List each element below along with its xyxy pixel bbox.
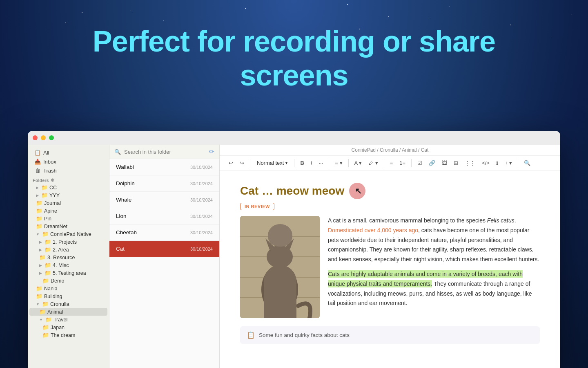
search-button[interactable]: 🔍 <box>521 158 533 168</box>
sidebar-item-cc[interactable]: ▶ 📁 CC <box>29 184 107 191</box>
folder-building-icon: 📁 <box>36 293 42 299</box>
note-name: Cheetah <box>116 229 137 236</box>
sidebar-item-building[interactable]: 📁 Building <box>29 292 107 300</box>
toolbar-separator <box>411 159 412 167</box>
note-name: Cat <box>116 246 125 252</box>
sidebar-item-misc[interactable]: ▶ 📁 4. Misc <box>29 261 107 269</box>
table-button[interactable]: ⊞ <box>451 158 461 168</box>
maximize-button[interactable] <box>49 135 54 140</box>
note-name: Dolphin <box>116 180 135 186</box>
paragraph-2: Cats are highly adaptable animals and co… <box>328 269 540 308</box>
note-date: 30/10/2024 <box>190 165 213 170</box>
sidebar-item-testing-area[interactable]: ▶ 📁 5. Testing area <box>29 269 107 277</box>
sidebar: 📋 All 📥 Inbox 🗑 Trash Folders ⊕ ▶ 📁 CC <box>28 145 109 368</box>
minimize-button[interactable] <box>41 135 46 140</box>
highlighted-text: Cats are highly adaptable animals and co… <box>328 270 523 287</box>
nania-label: Nania <box>44 286 58 292</box>
folders-add-icon[interactable]: ⊕ <box>51 177 54 183</box>
note-item-wallabi[interactable]: Wallabi 30/10/2024 <box>109 159 219 175</box>
cat-svg <box>240 216 320 318</box>
sidebar-item-inbox[interactable]: 📥 Inbox <box>29 157 107 166</box>
all-icon: 📋 <box>34 149 41 156</box>
info-button[interactable]: ℹ <box>494 158 501 168</box>
format-label: Normal text <box>257 160 284 166</box>
trash-label: Trash <box>43 168 57 174</box>
misc-label: 4. Misc <box>53 263 69 268</box>
highlight-button[interactable]: 🖊 ▾ <box>366 158 381 168</box>
sidebar-item-japan[interactable]: 📁 Japan <box>29 323 107 331</box>
sidebar-item-nania[interactable]: 📁 Nania <box>29 285 107 292</box>
checkbox-button[interactable]: ☑ <box>415 158 425 168</box>
chevron-right-icon: ▶ <box>36 186 39 190</box>
folders-section-header: Folders ⊕ <box>28 175 109 184</box>
note-item-dolphin[interactable]: Dolphin 30/10/2024 <box>109 175 219 192</box>
callout-box: 📋 Some fun and quirky facts about cats <box>240 326 540 344</box>
sidebar-item-demo[interactable]: 📁 Demo <box>29 277 107 285</box>
journal-label: Journal <box>44 200 61 206</box>
chevron-down-icon: ▼ <box>39 318 43 322</box>
text-color-button[interactable]: A ▾ <box>352 158 365 168</box>
redo-button[interactable]: ↪ <box>237 158 247 168</box>
sidebar-item-travel[interactable]: ▼ 📁 Travel <box>29 316 107 323</box>
sidebar-item-the-dream[interactable]: 📁 The dream <box>29 331 107 339</box>
close-button[interactable] <box>33 135 38 140</box>
toolbar-separator <box>518 159 518 167</box>
columns-button[interactable]: ⋮⋮ <box>462 158 478 168</box>
folder-cc-icon: 📁 <box>41 184 48 191</box>
code-button[interactable]: </> <box>479 158 492 168</box>
search-input[interactable] <box>124 149 206 155</box>
sidebar-item-projects[interactable]: ▶ 📁 1. Projects <box>29 238 107 246</box>
note-item-cheetah[interactable]: Cheetah 30/10/2024 <box>109 224 219 241</box>
sidebar-item-all[interactable]: 📋 All <box>29 148 107 157</box>
conniepad-native-label: ConniePad Native <box>50 231 91 237</box>
folder-journal-icon: 📁 <box>36 200 42 206</box>
ordered-list-button[interactable]: 1≡ <box>397 158 408 168</box>
search-icon: 🔍 <box>114 149 121 155</box>
sidebar-item-conniepad-native[interactable]: ▼ 📁 ConniePad Native <box>29 230 107 238</box>
folder-apine-icon: 📁 <box>36 208 42 214</box>
editor-content[interactable]: Cat … meow meow ↖ IN REVIEW <box>220 171 560 368</box>
note-name: Lion <box>116 213 127 219</box>
resource-label: 3. Resource <box>47 255 75 260</box>
chevron-right-icon: ▶ <box>39 271 42 275</box>
sidebar-item-animal[interactable]: 📁 Animal <box>29 308 107 316</box>
status-text: IN REVIEW <box>245 204 270 209</box>
bullet-list-button[interactable]: ≡ <box>388 158 396 168</box>
compose-icon[interactable]: ✏ <box>209 148 214 155</box>
undo-button[interactable]: ↩ <box>226 158 236 168</box>
chevron-down-icon: ▼ <box>36 232 40 236</box>
folder-testing-icon: 📁 <box>45 270 51 276</box>
bold-button[interactable]: B <box>298 158 306 168</box>
sidebar-item-journal[interactable]: 📁 Journal <box>29 199 107 207</box>
link-button[interactable]: 🔗 <box>426 158 438 168</box>
align-button[interactable]: ≡ ▾ <box>332 158 345 168</box>
apine-label: Apine <box>44 208 57 214</box>
editor-toolbar: ↩ ↪ Normal text ▾ B I ··· ≡ ▾ A ▾ 🖊 ▾ ≡ <box>220 156 560 171</box>
sidebar-item-pin[interactable]: 📁 Pin <box>29 215 107 222</box>
more-button[interactable]: ··· <box>316 158 325 168</box>
breadcrumb: ConniePad / Cronulla / Animal / Cat <box>220 145 560 156</box>
sidebar-item-trash[interactable]: 🗑 Trash <box>29 166 107 175</box>
folders-label: Folders <box>33 178 49 183</box>
yyy-label: YYY <box>49 193 60 198</box>
italic-button[interactable]: I <box>308 158 315 168</box>
hero-section: Perfect for recording or share screens <box>0 25 588 92</box>
note-item-whale[interactable]: Whale 30/10/2024 <box>109 192 219 208</box>
sidebar-item-resource[interactable]: 📁 3. Resource <box>29 254 107 261</box>
sidebar-item-area[interactable]: ▶ 📁 2. Area <box>29 246 107 254</box>
sidebar-item-apine[interactable]: 📁 Apine <box>29 207 107 215</box>
format-select[interactable]: Normal text ▾ <box>254 158 291 168</box>
add-button[interactable]: + ▾ <box>502 158 514 168</box>
note-item-cat[interactable]: Cat 30/10/2024 <box>109 241 219 257</box>
hero-line1: Perfect for recording or share <box>93 25 495 58</box>
italic-text: Felis catus <box>487 217 514 224</box>
sidebar-item-cronulla[interactable]: ▼ 📁 Cronulla <box>29 300 107 308</box>
sidebar-item-yyy[interactable]: ▶ 📁 YYY <box>29 191 107 199</box>
image-button[interactable]: 🖼 <box>439 158 450 168</box>
note-item-lion[interactable]: Lion 30/10/2024 <box>109 208 219 224</box>
hero-line2: screens <box>240 59 348 92</box>
sidebar-item-dreamnet[interactable]: 📁 DreamNet <box>29 222 107 230</box>
chevron-down-icon: ▾ <box>285 161 287 165</box>
svg-point-6 <box>261 265 298 314</box>
document-title: Cat … meow meow ↖ <box>240 183 540 199</box>
